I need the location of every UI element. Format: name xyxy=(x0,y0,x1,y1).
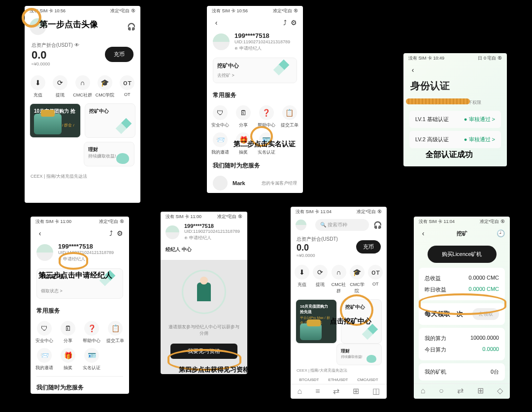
annotation-step1: 第一步点击头像 xyxy=(39,19,98,30)
cubes-icon xyxy=(113,118,132,134)
screenshot-7: 没有 SIM 卡 11:04准定*宅自 ⦿ ‹挖矿🕘 购买Licence矿机 总… xyxy=(414,217,510,399)
svc-ticket[interactable]: 📋提交工单 xyxy=(103,321,127,344)
screenshot-5: 没有 SIM 卡 11:00准定*宅自 ⦿ 199****7518UID:119… xyxy=(161,212,247,374)
support-title: 我们随时为您服务 xyxy=(207,158,303,174)
assets-fiat: ≈¥0.0000 xyxy=(32,62,79,66)
user-phone: 199****7518 xyxy=(234,32,290,39)
tab-bar: ⌂ ○ ⇄ ⊞ ◇ xyxy=(414,383,510,398)
lv1-row[interactable]: LV.1 基础认证● 审核通过 > xyxy=(409,111,501,128)
back-icon[interactable]: ‹ xyxy=(419,229,428,238)
identity-title: 身份认证 xyxy=(403,77,507,95)
assets-label: 总资产折合(USDT) 👁 xyxy=(32,42,79,49)
get-trainee-button[interactable]: 我要见习资格 xyxy=(170,344,237,359)
treasure-icon xyxy=(34,114,62,134)
history-icon[interactable]: 🕘 xyxy=(496,229,505,238)
wealth-card[interactable]: 理财 持续赚取收益! xyxy=(84,142,134,166)
agent-avatar xyxy=(213,176,228,190)
svc-community[interactable]: ∩CMC社群 xyxy=(71,75,94,98)
common-services-title: 常用服务 xyxy=(207,87,303,103)
mining-title: 挖矿 xyxy=(428,230,496,237)
lv2-row[interactable]: LV.2 高级认证● 审核通过 > xyxy=(409,131,501,148)
headset-icon[interactable]: 🎧 xyxy=(127,22,135,31)
svc-help[interactable]: ❓帮助中心 xyxy=(80,321,103,344)
svc-ticket[interactable]: 📋提交工单 xyxy=(278,105,301,128)
mining-center-card[interactable]: 挖矿中心去挖矿 > xyxy=(213,58,297,83)
tab-assets[interactable]: ◫ xyxy=(372,387,380,395)
svc-help[interactable]: ❓帮助中心 xyxy=(255,105,278,128)
annotation-step5: 点击挖矿中心 xyxy=(330,317,371,326)
annotation-scribble xyxy=(406,98,470,104)
avatar[interactable] xyxy=(36,244,53,261)
screenshot-1: 没有 SIM 卡 10:56准定*宅自 ⦿ 🎧 总资产折合(USDT) 👁 0.… xyxy=(25,6,140,203)
gear-icon[interactable]: ⚙ xyxy=(289,18,298,27)
svc-deposit[interactable]: ⬇充值 xyxy=(27,75,49,98)
svc-share[interactable]: 🗓分享 xyxy=(232,105,255,128)
tab-home[interactable]: ⌂ xyxy=(297,387,302,395)
screenshot-6: 没有 SIM 卡 11:04准定*宅自 ⦿ 🔍 搜索币种 🎧 总资产折合(USD… xyxy=(291,207,387,399)
cubes-icon xyxy=(360,323,378,340)
back-icon[interactable]: ‹ xyxy=(212,18,221,27)
avatar xyxy=(166,225,179,239)
mining-card[interactable]: 挖矿中心 xyxy=(85,103,136,138)
buy-licence-button[interactable]: 购买Licence矿机 xyxy=(428,246,497,263)
svc-security[interactable]: 🛡安全中心 xyxy=(33,321,56,344)
ceex-notice: CEEX | 指南/大佬充值先达法 xyxy=(25,170,140,183)
agent-name: Mark xyxy=(233,180,245,186)
screenshot-2: 没有 SIM 卡 10:56准定*宅自 ⦿ ‹⤴⚙ 199****7518UID… xyxy=(207,6,303,193)
annotation-step2: 第二步点击实名认证 xyxy=(233,140,296,149)
treasure-icon xyxy=(300,323,322,340)
wealth-card[interactable]: 理财 持续赚取收益! xyxy=(336,344,382,365)
svc-withdraw[interactable]: ⟳提现 xyxy=(49,75,71,98)
gear-icon[interactable]: ⚙ xyxy=(115,229,124,238)
promo-card[interactable]: 10月充值团购力 抢先送 平台14Pro Max / 群金 /周边 / 蓝筹 xyxy=(30,103,81,138)
tab-futures[interactable]: ⊞ xyxy=(353,387,359,395)
daily-claim-label: 每天领取一次 xyxy=(425,310,463,318)
user-uid: UID:1190271024121318789 xyxy=(234,39,290,44)
cubes-icon xyxy=(271,59,290,76)
svc-academy[interactable]: 🎓CMC学院 xyxy=(94,75,116,98)
broker-illustration xyxy=(182,270,226,314)
back-icon[interactable]: ‹ xyxy=(35,229,44,238)
assets-value: 0.0 xyxy=(32,49,79,62)
svc-security[interactable]: 🛡安全中心 xyxy=(209,105,232,128)
share-icon[interactable]: ⤴ xyxy=(280,18,289,27)
deposit-button[interactable]: 充币 xyxy=(105,47,133,62)
headset-icon[interactable]: 🎧 xyxy=(373,221,382,229)
pig-icon xyxy=(116,153,129,164)
service-row: ⬇充值 ⟳提现 ∩CMC社群 🎓CMC学院 ᴏᴛOT xyxy=(25,70,140,103)
share-icon[interactable]: ⤴ xyxy=(106,229,115,238)
deposit-button[interactable]: 充币 xyxy=(356,240,381,254)
tab-market[interactable]: ≡ xyxy=(315,387,320,395)
svc-ot[interactable]: ᴏᴛOT xyxy=(116,75,138,98)
back-icon[interactable]: ‹ xyxy=(408,65,417,74)
broker-badge[interactable]: ⊕ 申请经纪人 xyxy=(234,45,290,52)
svc-share[interactable]: 🗓分享 xyxy=(56,321,80,344)
svc-invite[interactable]: 📨我的邀请 xyxy=(33,348,56,371)
search-input[interactable]: 🔍 搜索币种 xyxy=(315,219,369,231)
svc-lottery[interactable]: 🎁抽奖 xyxy=(56,348,80,371)
annotation-step4: 第四步点击获得见习资格 xyxy=(179,365,249,374)
annotation-step3: 第三步点击申请经纪人 xyxy=(38,271,112,280)
tab-bar: ⌂ ≡ ⇄ ⊞ ◫ xyxy=(291,384,387,398)
avatar[interactable] xyxy=(213,33,230,50)
svc-invite[interactable]: 📨我的邀请 xyxy=(209,132,232,156)
annotation-success: 全部认证成功 xyxy=(426,150,473,160)
svc-kyc[interactable]: 🪪实名认证 xyxy=(80,348,103,371)
status-bar: 没有 SIM 卡 10:56准定*宅自 ⦿ xyxy=(25,6,140,15)
broker-badge[interactable]: ⊕ 申请经纪人 xyxy=(58,256,114,262)
claim-button[interactable]: 去领取 xyxy=(472,308,499,320)
screenshot-4: 没有 SIM 卡 11:00准定*宅自 ⦿ ‹⤴⚙ 199****7518UID… xyxy=(31,217,129,394)
avatar[interactable] xyxy=(296,220,306,230)
tab-trade[interactable]: ⇄ xyxy=(333,387,339,395)
